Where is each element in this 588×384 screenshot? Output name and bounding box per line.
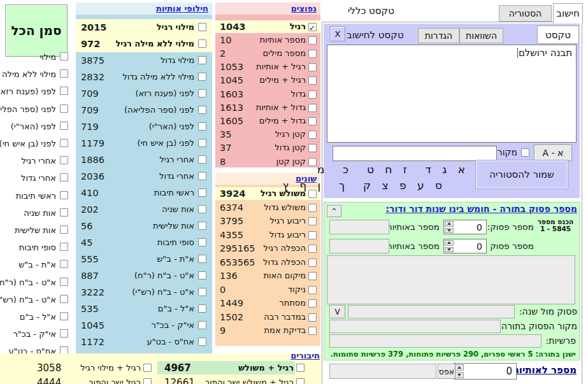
reverse-verse-value[interactable]: 0 <box>454 239 486 253</box>
row-checkbox[interactable] <box>308 144 317 152</box>
combinations-title[interactable]: חיבורים <box>290 351 320 360</box>
row-checkbox[interactable] <box>308 63 317 71</box>
checklist-checkbox[interactable] <box>60 104 68 113</box>
row-checkbox[interactable] <box>308 104 317 112</box>
row-checkbox[interactable] <box>308 117 317 125</box>
alef-a-toggle-button[interactable]: א - A <box>534 145 572 161</box>
clear-text-button[interactable]: X <box>330 26 345 41</box>
tab-history[interactable]: הסטוריה <box>499 5 552 22</box>
calculation-text-area[interactable]: תבנה ירושלם <box>327 45 577 143</box>
verse-section-title[interactable]: מספר פסוק בתורה - חומש בינו שנות דור ודו… <box>385 204 577 214</box>
row-checkbox[interactable] <box>308 313 317 322</box>
save-to-history-button[interactable]: שמור להסטוריה <box>475 160 568 189</box>
row-checkbox[interactable] <box>198 338 206 346</box>
tab-text[interactable]: טקסט <box>537 25 579 44</box>
checklist-checkbox[interactable] <box>60 260 68 268</box>
checklist-checkbox[interactable] <box>60 156 68 164</box>
checklist-checkbox[interactable] <box>60 191 68 199</box>
row-checkbox[interactable] <box>198 89 206 97</box>
stepper-up-button[interactable] <box>445 221 454 227</box>
tab-calculation[interactable]: חישוב <box>553 3 583 23</box>
checklist-checkbox[interactable] <box>60 278 68 286</box>
number-to-letters-value[interactable]: 0 <box>464 364 516 379</box>
row-checkbox[interactable] <box>198 304 206 313</box>
row-checkbox[interactable] <box>198 73 206 81</box>
stepper-down-button[interactable] <box>445 228 454 234</box>
row-checkbox[interactable] <box>198 271 206 280</box>
number-to-letters-title[interactable]: מספר לאותיות <box>513 364 577 376</box>
stepper-down-button[interactable] <box>445 247 454 253</box>
row-checkbox[interactable] <box>308 158 317 166</box>
number-to-letters-stepper[interactable]: 0 <box>454 363 517 380</box>
checklist-checkbox[interactable] <box>60 312 68 320</box>
checklist-checkbox[interactable] <box>60 329 68 338</box>
row-checkbox[interactable] <box>198 39 206 48</box>
checklist-checkbox[interactable] <box>60 139 68 147</box>
row-checkbox[interactable] <box>308 90 317 99</box>
row-checkbox[interactable] <box>198 188 206 197</box>
checklist-checkbox[interactable] <box>60 295 68 303</box>
row-checkbox[interactable] <box>308 217 317 225</box>
row-checkbox[interactable] <box>308 131 317 139</box>
checklist-checkbox[interactable] <box>60 69 68 78</box>
verse-number-value[interactable]: 0 <box>454 220 486 234</box>
row-checkbox[interactable] <box>308 299 317 308</box>
row-checkbox[interactable] <box>198 172 206 180</box>
row-checkbox[interactable] <box>198 139 206 147</box>
combo-checkbox[interactable] <box>296 378 305 384</box>
tab-comparisons[interactable]: השוואות <box>459 28 503 43</box>
combo-checkbox[interactable] <box>143 364 152 372</box>
row-value: 9 <box>220 324 226 337</box>
row-checkbox[interactable] <box>198 23 206 31</box>
row-checkbox[interactable] <box>308 76 317 85</box>
row-checkbox[interactable] <box>198 321 206 329</box>
checklist-checkbox[interactable] <box>60 122 68 130</box>
row-checkbox[interactable] <box>198 288 206 296</box>
checklist-checkbox[interactable] <box>60 225 68 234</box>
checklist-checkbox[interactable] <box>60 173 68 181</box>
stepper-up-button[interactable] <box>455 364 464 371</box>
source-input[interactable] <box>333 146 497 161</box>
gematria-row: 1045רגיל + מילים <box>215 74 320 87</box>
gematria-row: 3875מילוי גדול <box>76 52 212 69</box>
row-checkbox[interactable] <box>198 155 206 164</box>
verse-vs-year-button[interactable]: V <box>329 305 345 318</box>
row-checkbox[interactable] <box>308 245 317 253</box>
source-checkbox[interactable] <box>521 148 529 157</box>
row-value: 4355 <box>220 229 243 241</box>
row-checkbox[interactable] <box>198 238 206 246</box>
gematria-row: 3222א"ט - ב"ח (רש"י) <box>76 284 212 301</box>
row-checkbox[interactable] <box>308 286 317 294</box>
gematria-row: 2מספר מילים <box>215 47 320 60</box>
row-checkbox[interactable] <box>308 259 317 267</box>
combo-checkbox[interactable] <box>296 364 305 372</box>
combo-value: 12661 <box>164 377 195 384</box>
stepper-down-button[interactable] <box>455 372 464 378</box>
row-checkbox[interactable] <box>308 23 317 31</box>
row-checkbox[interactable] <box>198 205 206 213</box>
checklist-checkbox[interactable] <box>60 87 68 95</box>
checklist-checkbox[interactable] <box>60 208 68 217</box>
row-checkbox[interactable] <box>308 272 317 280</box>
row-checkbox[interactable] <box>308 50 317 58</box>
row-checkbox[interactable] <box>198 56 206 64</box>
reverse-verse-stepper[interactable]: 0 <box>443 239 487 253</box>
row-checkbox[interactable] <box>308 36 317 45</box>
combo-checkbox[interactable] <box>143 378 152 384</box>
row-checkbox[interactable] <box>198 106 206 114</box>
checklist-checkbox[interactable] <box>60 52 68 60</box>
combo-label: רגיל ישר והפוך <box>89 378 141 384</box>
collapse-section-button[interactable]: ^ <box>327 205 341 217</box>
stepper-up-button[interactable] <box>445 240 454 246</box>
row-checkbox[interactable] <box>308 231 317 239</box>
row-checkbox[interactable] <box>198 255 206 263</box>
row-checkbox[interactable] <box>198 122 206 131</box>
checklist-row: אות שניה <box>0 208 70 225</box>
row-checkbox[interactable] <box>198 222 206 230</box>
checklist-checkbox[interactable] <box>60 243 68 251</box>
row-checkbox[interactable] <box>308 204 317 212</box>
row-checkbox[interactable] <box>308 327 317 335</box>
verse-number-stepper[interactable]: 0 <box>443 220 487 234</box>
reset-button[interactable]: אפס <box>438 364 455 379</box>
tab-settings[interactable]: הגדרות <box>418 28 459 43</box>
